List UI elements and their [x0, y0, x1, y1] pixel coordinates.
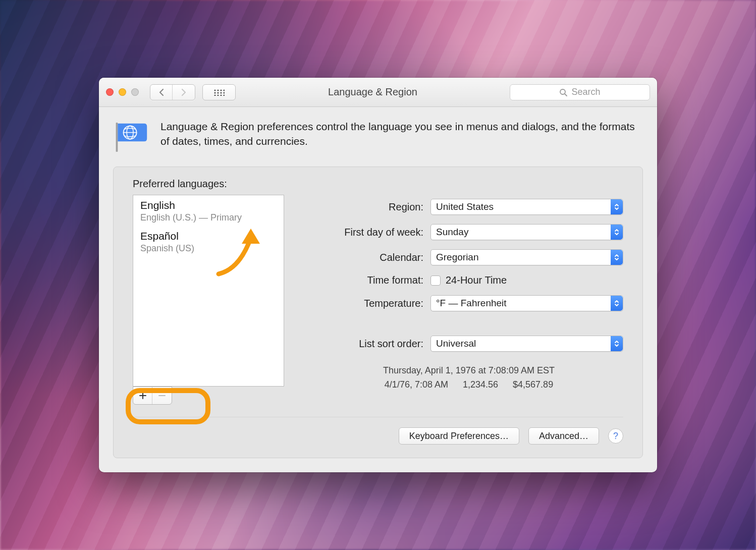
search-field[interactable]: Search	[510, 84, 650, 100]
minus-icon	[158, 392, 166, 400]
intro-row: Language & Region preferences control th…	[113, 119, 643, 152]
example-date: 4/1/76, 7:08 AM	[385, 379, 448, 390]
language-item[interactable]: Español Spanish (US)	[133, 226, 284, 257]
svg-point-4	[214, 92, 215, 93]
window-controls	[106, 88, 139, 96]
svg-point-0	[214, 89, 215, 91]
temperature-popup[interactable]: °F — Fahrenheit	[430, 295, 623, 311]
minimize-button[interactable]	[119, 88, 126, 96]
language-item[interactable]: English English (U.S.) — Primary	[133, 195, 284, 226]
firstday-popup[interactable]: Sunday	[430, 224, 623, 240]
keyboard-preferences-button[interactable]: Keyboard Preferences…	[399, 427, 519, 445]
svg-point-7	[223, 92, 225, 93]
bottom-button-row: Keyboard Preferences… Advanced… ?	[133, 417, 623, 445]
example-number: 1,234.56	[463, 379, 498, 390]
svg-point-11	[223, 94, 225, 96]
firstday-label: First day of week:	[314, 227, 430, 238]
svg-point-10	[220, 94, 222, 96]
language-sub: English (U.S.) — Primary	[140, 212, 277, 223]
search-placeholder: Search	[571, 87, 600, 97]
show-all-button[interactable]	[202, 84, 236, 100]
format-examples: Thursday, April 1, 1976 at 7:08:09 AM ES…	[314, 364, 623, 392]
svg-point-6	[220, 92, 222, 93]
timeformat-value: 24-Hour Time	[446, 274, 507, 286]
svg-line-13	[565, 94, 567, 96]
zoom-button[interactable]	[131, 88, 139, 96]
region-label: Region:	[314, 201, 430, 213]
add-language-button[interactable]	[133, 387, 152, 404]
grid-icon	[213, 89, 225, 96]
updown-icon	[611, 336, 623, 351]
listsort-popup[interactable]: Universal	[430, 336, 623, 352]
svg-point-1	[217, 89, 219, 91]
calendar-value: Gregorian	[436, 252, 479, 263]
updown-icon	[611, 296, 623, 311]
calendar-label: Calendar:	[314, 252, 430, 263]
example-currency: $4,567.89	[513, 379, 553, 390]
window-body: Language & Region preferences control th…	[99, 107, 657, 472]
temperature-label: Temperature:	[314, 298, 430, 309]
listsort-value: Universal	[436, 338, 476, 349]
listsort-label: List sort order:	[314, 338, 430, 350]
timeformat-label: Time format:	[314, 274, 430, 286]
calendar-popup[interactable]: Gregorian	[430, 249, 623, 265]
language-name: English	[140, 199, 277, 211]
globe-flag-icon	[113, 121, 148, 152]
example-line1: Thursday, April 1, 1976 at 7:08:09 AM ES…	[314, 364, 623, 378]
close-button[interactable]	[106, 88, 114, 96]
search-icon	[559, 88, 567, 96]
svg-point-9	[217, 94, 219, 96]
updown-icon	[611, 199, 623, 214]
languages-column: English English (U.S.) — Primary Español…	[133, 195, 284, 405]
timeformat-checkbox[interactable]	[430, 276, 441, 286]
settings-panel: Preferred languages: English English (U.…	[113, 167, 643, 458]
preferences-window: Language & Region Search Language & Regi…	[99, 78, 657, 472]
language-name: Español	[140, 230, 277, 242]
svg-point-3	[223, 89, 225, 91]
titlebar: Language & Region Search	[99, 78, 657, 107]
chevron-right-icon	[181, 88, 187, 96]
help-button[interactable]: ?	[608, 428, 623, 444]
settings-column: Region: United States First day of week:…	[314, 195, 623, 405]
temperature-value: °F — Fahrenheit	[436, 298, 507, 309]
svg-point-2	[220, 89, 222, 91]
advanced-button[interactable]: Advanced…	[528, 427, 599, 445]
intro-text: Language & Region preferences control th…	[160, 119, 643, 149]
window-title: Language & Region	[243, 86, 503, 98]
svg-point-8	[214, 94, 215, 96]
nav-back-forward	[150, 84, 195, 100]
preferred-languages-label: Preferred languages:	[133, 178, 623, 190]
firstday-value: Sunday	[436, 227, 468, 238]
region-popup[interactable]: United States	[430, 199, 623, 215]
plus-icon	[139, 392, 147, 400]
svg-rect-14	[116, 123, 118, 152]
chevron-left-icon	[158, 88, 165, 96]
updown-icon	[611, 225, 623, 240]
add-remove-segment	[133, 387, 172, 405]
back-button[interactable]	[150, 85, 173, 100]
region-value: United States	[436, 201, 494, 212]
updown-icon	[611, 250, 623, 265]
remove-language-button[interactable]	[152, 387, 172, 404]
svg-point-5	[217, 92, 219, 93]
forward-button[interactable]	[173, 85, 195, 100]
languages-list[interactable]: English English (U.S.) — Primary Español…	[133, 195, 284, 387]
language-sub: Spanish (US)	[140, 243, 277, 254]
